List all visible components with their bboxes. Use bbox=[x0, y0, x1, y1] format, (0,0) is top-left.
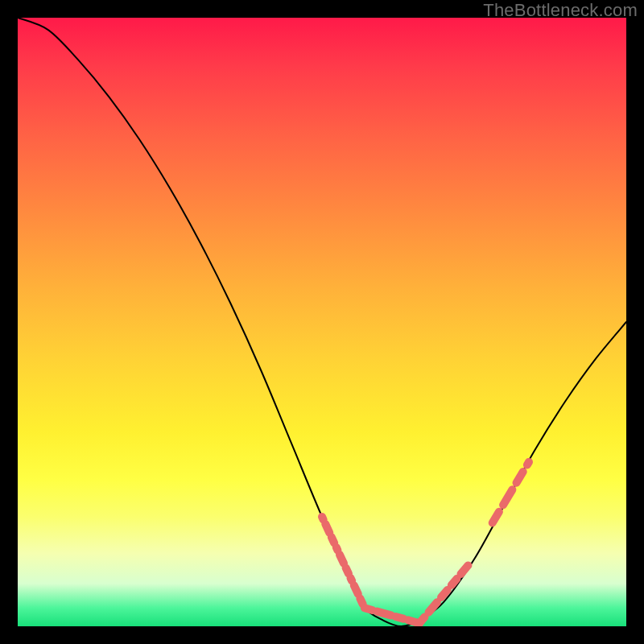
chart-frame: TheBottleneck.com bbox=[0, 0, 644, 644]
plot-area bbox=[18, 18, 626, 626]
bottleneck-curve bbox=[18, 18, 626, 626]
highlight-group bbox=[322, 462, 529, 623]
chart-svg bbox=[18, 18, 626, 626]
highlight-segment bbox=[419, 565, 468, 623]
highlight-segment bbox=[322, 517, 365, 608]
highlight-segment bbox=[493, 462, 529, 523]
